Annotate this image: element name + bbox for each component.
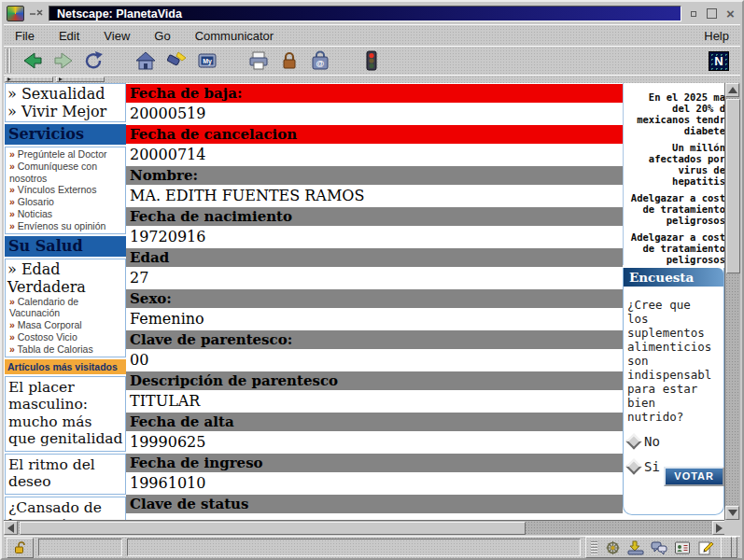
home-icon xyxy=(134,50,157,71)
sidebar-link[interactable]: » Masa Corporal xyxy=(7,319,123,331)
composer-button[interactable] xyxy=(697,539,714,555)
scroll-down-button[interactable] xyxy=(725,506,739,520)
composer-icon xyxy=(697,540,714,555)
news-line: peligrosos xyxy=(624,215,726,226)
record-field: Descripción de parentesco TITULAR xyxy=(126,371,623,413)
horizontal-scrollbar[interactable] xyxy=(4,520,726,535)
discussions-icon xyxy=(651,540,667,555)
poll-question: ¿Cree que los suplementos alimenticios s… xyxy=(624,287,723,424)
sidebar-link[interactable]: » Costoso Vicio xyxy=(7,331,123,343)
sidebar-link[interactable]: » Vivir Mejor xyxy=(7,103,123,120)
home-button[interactable] xyxy=(133,49,158,73)
maximize-button[interactable] xyxy=(705,7,719,21)
vertical-scrollbar[interactable] xyxy=(724,83,740,520)
article-link[interactable]: El ritmo del deseo xyxy=(5,454,126,495)
my-netscape-button[interactable]: My xyxy=(195,49,219,73)
sidebar-link[interactable]: » Calendario de Vacunación xyxy=(7,296,123,320)
horizontal-scrollbar-thumb[interactable] xyxy=(20,522,526,535)
poll-option[interactable]: No xyxy=(628,434,723,449)
poll-question-line: suplementos xyxy=(627,326,723,340)
record-field: Fecha de cancelacion 20000714 xyxy=(126,125,623,166)
component-bar xyxy=(585,537,737,558)
navigator-wheel-icon xyxy=(605,540,621,555)
collapsed-location-toolbar-tab[interactable] xyxy=(5,77,53,82)
laquo-bullet-icon: » xyxy=(9,319,15,330)
menu-item[interactable]: Communicator xyxy=(195,29,274,43)
security-button[interactable] xyxy=(277,49,302,73)
record-field: Fecha de baja: 20000519 xyxy=(126,84,623,125)
field-value: MA. EDITH FUENTES RAMOS xyxy=(126,186,623,207)
record-frame: Fecha de baja: 20000519 Fecha de cancela… xyxy=(126,83,623,520)
sidebar-link[interactable]: » Tabla de Calorias xyxy=(7,343,123,356)
navigator-button[interactable] xyxy=(604,539,621,555)
title-bar: Netscape: PlanetaVida xyxy=(4,4,740,23)
search-button[interactable] xyxy=(164,49,189,73)
up-arrow-icon xyxy=(728,87,737,93)
laquo-bullet-icon: » xyxy=(9,296,15,307)
window-pin-icon[interactable] xyxy=(29,7,44,21)
sidebar-link[interactable]: » Glosario xyxy=(7,196,123,208)
minimize-button[interactable] xyxy=(686,7,700,21)
menu-item[interactable]: Edit xyxy=(59,29,79,43)
discussions-button[interactable] xyxy=(651,539,667,555)
news-headline[interactable]: Adelgazar a costde tratamientopeligrosos xyxy=(624,231,726,265)
radio-button-icon[interactable] xyxy=(626,459,642,475)
menu-item[interactable]: Go xyxy=(154,29,170,43)
sidebar-link[interactable]: » Comuníquese con nosotros xyxy=(7,161,123,185)
left-sidebar: » Sexualidad » Vivir Mejor Servicios » P… xyxy=(4,83,126,520)
mail-inbox-button[interactable] xyxy=(627,539,644,555)
component-bar-end xyxy=(721,537,732,558)
sidebar-link[interactable]: » Noticias xyxy=(7,208,123,220)
stop-button[interactable] xyxy=(359,49,384,73)
laquo-bullet-icon: » xyxy=(9,161,15,172)
page-content: » Sexualidad » Vivir Mejor Servicios » P… xyxy=(4,83,726,520)
scroll-left-button[interactable] xyxy=(4,521,18,535)
vertical-scrollbar-thumb[interactable] xyxy=(726,99,740,273)
toolbar-grippy[interactable] xyxy=(6,49,13,73)
forward-button[interactable] xyxy=(51,49,76,73)
field-label: Fecha de alta xyxy=(126,413,623,431)
sidebar-link[interactable]: » Sexualidad xyxy=(7,85,123,103)
sidebar-link[interactable]: » Pregúntele al Doctor xyxy=(7,148,123,161)
reload-button[interactable] xyxy=(82,49,106,73)
svg-text:@: @ xyxy=(316,59,325,68)
menu-item[interactable]: File xyxy=(15,29,35,43)
field-label: Nombre: xyxy=(126,166,623,185)
article-link[interactable]: ¿Cansado de hacer siempre lo xyxy=(5,497,126,520)
netscape-app-icon[interactable] xyxy=(7,6,24,21)
sidebar-link[interactable]: » Envíenos su opinión xyxy=(7,220,123,232)
close-button[interactable] xyxy=(723,7,737,21)
poll-box: Encuesta ¿Cree que los suplementos alime… xyxy=(623,268,724,515)
news-line: En el 2025 ma xyxy=(624,91,726,103)
collapsed-personal-toolbar-tab[interactable] xyxy=(56,77,105,82)
poll-question-line: nutrido? xyxy=(627,410,723,424)
top-links-box: » Sexualidad » Vivir Mejor xyxy=(5,83,126,122)
news-headline[interactable]: En el 2025 madel 20% dmexicanos tendrdia… xyxy=(624,91,726,136)
article-link[interactable]: El placer masculino: mucho más que genit… xyxy=(5,376,126,452)
news-headline[interactable]: Un millónafectados porvirus dehepatitis xyxy=(624,142,726,187)
shop-button[interactable]: @ xyxy=(308,49,332,73)
menu-item-help[interactable]: Help xyxy=(704,29,729,43)
address-book-button[interactable] xyxy=(674,539,691,555)
record-field: Fecha de ingreso 19961010 xyxy=(126,454,623,495)
print-button[interactable] xyxy=(246,49,271,73)
vote-button[interactable]: VOTAR xyxy=(664,467,724,486)
news-headline[interactable]: Adelgazar a costde tratamientopeligrosos xyxy=(624,192,726,226)
record-field: Nombre: MA. EDITH FUENTES RAMOS xyxy=(126,166,623,207)
poll-question-line: los xyxy=(627,312,723,326)
security-status-button[interactable] xyxy=(7,538,34,558)
address-book-icon xyxy=(674,540,691,555)
sidebar-link[interactable]: » Edad Verdadera xyxy=(7,260,123,296)
laquo-bullet-icon: » xyxy=(7,260,17,278)
back-button[interactable] xyxy=(21,49,45,73)
field-label: Fecha de cancelacion xyxy=(126,125,623,144)
netscape-logo[interactable]: N xyxy=(709,51,729,71)
scroll-up-button[interactable] xyxy=(725,83,739,97)
news-line: Adelgazar a cost xyxy=(624,231,726,243)
sidebar-link[interactable]: » Vínculos Externos xyxy=(7,184,123,196)
radio-button-icon[interactable] xyxy=(626,434,642,450)
menu-item[interactable]: View xyxy=(104,29,130,43)
component-bar-grip[interactable] xyxy=(591,540,597,554)
field-label: Clave de parentesco: xyxy=(126,330,623,349)
field-value: TITULAR xyxy=(126,391,623,413)
